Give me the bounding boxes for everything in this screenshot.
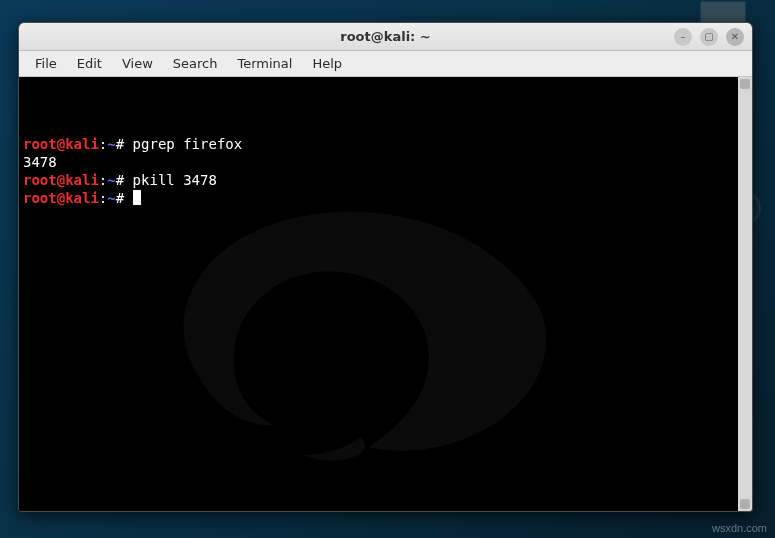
- menubar: File Edit View Search Terminal Help: [19, 51, 752, 77]
- maximize-button[interactable]: ▢: [700, 28, 718, 46]
- prompt-userhost: root@kali: [23, 190, 99, 206]
- scrollbar[interactable]: [738, 77, 752, 511]
- terminal-body[interactable]: root@kali:~# pgrep firefox3478root@kali:…: [19, 77, 738, 511]
- prompt-path: ~: [107, 136, 115, 152]
- terminal-window: root@kali: ~ – ▢ ✕ File Edit View Search…: [18, 22, 753, 512]
- terminal-line: 3478: [23, 153, 734, 171]
- window-title: root@kali: ~: [340, 29, 430, 44]
- command-text: pkill 3478: [124, 172, 217, 188]
- prompt-userhost: root@kali: [23, 136, 99, 152]
- prompt-path: ~: [107, 172, 115, 188]
- prompt-path: ~: [107, 190, 115, 206]
- scrollbar-button-down[interactable]: [740, 499, 750, 509]
- watermark-text: wsxdn.com: [712, 522, 767, 534]
- minimize-button[interactable]: –: [674, 28, 692, 46]
- menu-search[interactable]: Search: [163, 54, 228, 73]
- titlebar[interactable]: root@kali: ~ – ▢ ✕: [19, 23, 752, 51]
- cursor: [133, 190, 141, 205]
- maximize-icon: ▢: [704, 31, 713, 42]
- window-controls: – ▢ ✕: [674, 28, 744, 46]
- minimize-icon: –: [681, 31, 686, 42]
- command-text: [124, 190, 132, 206]
- menu-help[interactable]: Help: [302, 54, 352, 73]
- command-text: pgrep firefox: [124, 136, 242, 152]
- menu-view[interactable]: View: [112, 54, 163, 73]
- prompt-userhost: root@kali: [23, 172, 99, 188]
- terminal-area: root@kali:~# pgrep firefox3478root@kali:…: [19, 77, 752, 511]
- close-button[interactable]: ✕: [726, 28, 744, 46]
- terminal-line: root@kali:~#: [23, 189, 734, 207]
- terminal-line: root@kali:~# pgrep firefox: [23, 135, 734, 153]
- menu-edit[interactable]: Edit: [67, 54, 112, 73]
- output-text: 3478: [23, 154, 57, 170]
- menu-file[interactable]: File: [25, 54, 67, 73]
- close-icon: ✕: [731, 31, 739, 42]
- menu-terminal[interactable]: Terminal: [227, 54, 302, 73]
- terminal-line: root@kali:~# pkill 3478: [23, 171, 734, 189]
- scrollbar-button-up[interactable]: [740, 79, 750, 89]
